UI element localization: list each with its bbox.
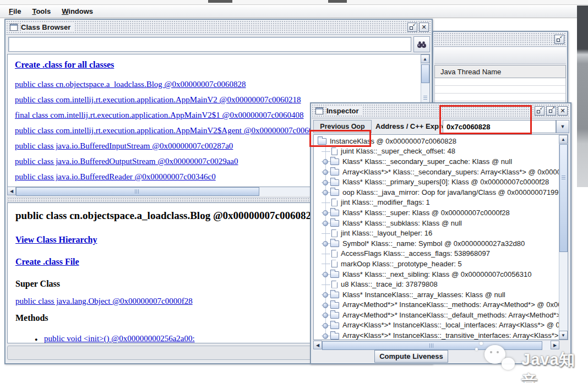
tree-row[interactable]: u8 Klass::_trace_id: 37879808 [314,279,559,289]
expand-handle-icon[interactable] [322,269,330,280]
tree-node-label: markOop Klass::_prototype_header: 5 [341,260,462,268]
menu-item[interactable]: Windows [56,6,99,17]
class-detail-line[interactable]: Methods [15,313,48,323]
tree-row[interactable]: Array<Klass*>* InstanceKlass::_transitiv… [314,330,559,340]
scroll-down-button[interactable]: ▼ [559,331,568,340]
expand-handle-icon[interactable] [322,238,330,249]
menu-item[interactable]: Tools [26,6,56,17]
inspector-titlebar[interactable]: Inspector ↙ ↗ ✕ [312,104,570,118]
scrollbar-thumb[interactable] [322,341,542,350]
tree-row[interactable]: Array<Klass*>* Klass::_secondary_supers:… [314,167,559,177]
tree-row[interactable]: Klass* Klass::_subklass: Klass @ null [314,218,559,228]
tree-row[interactable]: jint Klass::_modifier_flags: 1 [314,198,559,208]
previous-oop-button[interactable]: Previous Oop [313,120,372,133]
close-button[interactable]: ✕ [558,106,568,116]
thread-table-row[interactable] [435,78,565,86]
class-detail-line[interactable]: public void <init>() @0x00000000256a2a00… [44,334,195,343]
scroll-up-button[interactable]: ▲ [421,54,429,63]
tree-row[interactable]: Klass* Klass::_secondary_super_cache: Kl… [314,156,559,167]
minimize-button[interactable]: ↙ [535,106,545,116]
tree-row[interactable]: Klass* Klass::_next_sibling: Klass @ 0x0… [314,269,559,280]
tree-row[interactable]: InstanceKlass @ 0x00000007c0060828 [314,136,559,146]
minimize-button[interactable]: ↙ [554,35,564,44]
search-button[interactable] [413,36,430,52]
window-title: Class Browser [21,23,74,31]
class-detail-line[interactable]: View Class Hierarchy [15,235,97,245]
class-link[interactable]: public class cn.objectspace.a_loadclass.… [15,80,246,89]
expand-handle-icon[interactable] [322,259,330,269]
chevron-down-icon: ▼ [560,124,565,129]
expand-handle-icon[interactable] [322,156,330,167]
class-link[interactable]: public class com.intellij.rt.execution.a… [15,126,325,135]
thread-table-row[interactable] [435,86,565,94]
scroll-up-button[interactable]: ▲ [559,135,568,144]
expand-handle-icon[interactable] [322,167,330,177]
expand-handle-icon[interactable] [322,249,330,259]
class-link[interactable]: public class java.io.BufferedReader @0x0… [15,172,216,181]
restore-arrow-icon: ↙ [559,35,563,39]
tree-node-icon [330,179,339,186]
class-link[interactable]: public class com.intellij.rt.execution.a… [15,95,301,104]
class-link[interactable]: Create .class for all classes [15,60,114,69]
tree-row[interactable]: Klass* Klass::_primary_supers[0]: Klass … [314,177,559,187]
minimize-button[interactable]: ↙ [407,23,417,32]
menu-bar: File Tools Windows [0,4,588,18]
class-detail-line[interactable]: public class cn.objectspace.a_loadclass.… [15,210,317,222]
class-link[interactable]: public class java.io.BufferedOutputStrea… [15,157,238,166]
scrollbar-thumb[interactable] [559,144,568,252]
compute-liveness-button[interactable]: Compute Liveness [374,350,448,363]
tree-row[interactable]: markOop Klass::_prototype_header: 5 [314,259,559,269]
scroll-right-button[interactable]: ▶ [551,341,559,349]
class-browser-titlebar[interactable]: Class Browser ↙ ✕ [6,20,431,35]
scroll-left-button[interactable]: ◀ [313,341,322,349]
class-detail-line[interactable]: public class java.lang.Object @0x0000000… [15,297,193,306]
tree-row[interactable]: Array<Method*>* InstanceKlass::_methods:… [314,300,559,310]
tree-vertical-scrollbar[interactable]: ▲ ▼ [559,135,568,340]
tree-row[interactable]: AccessFlags Klass::_access_flags: 538968… [314,249,559,259]
scroll-down-icon: ▼ [561,333,565,338]
tree-node-icon [330,210,339,216]
expand-handle-icon[interactable] [322,330,330,340]
expand-handle-icon[interactable] [322,228,330,238]
maximize-button[interactable]: ↗ [546,106,556,116]
thread-table-row[interactable] [435,94,565,101]
expand-handle-icon[interactable] [322,289,330,300]
scrollbar-thumb[interactable] [16,187,259,196]
tree-row[interactable]: Array<Method*>* InstanceKlass::_default_… [314,310,559,320]
expand-handle-icon[interactable] [322,198,330,208]
tree-node-label: jint Klass::_modifier_flags: 1 [341,198,430,206]
close-icon: ✕ [421,24,426,31]
class-link[interactable]: final class com.intellij.rt.execution.ap… [15,111,304,119]
expand-handle-icon[interactable] [322,218,330,228]
expand-handle-icon[interactable] [322,310,330,320]
expand-handle-icon[interactable] [322,177,330,187]
tree-row[interactable]: Klass* Klass::_super: Klass @ 0x00000007… [314,207,559,218]
thread-table-header[interactable]: Java Thread Name [434,65,566,78]
tree-horizontal-scrollbar[interactable]: ◀ ▶ [313,341,559,350]
expand-handle-icon[interactable] [322,320,330,331]
expand-handle-icon[interactable] [322,146,330,157]
expand-handle-icon[interactable] [322,300,330,310]
class-detail-line[interactable]: Create .class File [15,257,79,267]
tree-row[interactable]: jint Klass::_layout_helper: 16 [314,228,559,238]
expand-handle-icon[interactable] [322,187,330,198]
tree-node-label: juint Klass::_super_check_offset: 48 [341,147,455,155]
tree-row[interactable]: juint Klass::_super_check_offset: 48 [314,146,559,157]
tree-row[interactable]: Symbol* Klass::_name: Symbol @ 0x0000000… [314,238,559,249]
tree-row[interactable]: oop Klass::_java_mirror: Oop for java/la… [314,187,559,198]
scrollbar-thumb[interactable] [421,64,429,83]
search-row [7,36,430,53]
address-dropdown-button[interactable]: ▼ [556,120,569,133]
menu-item[interactable]: File [3,6,26,17]
class-search-input[interactable] [8,37,411,52]
close-button[interactable]: ✕ [419,23,429,32]
class-link[interactable]: public class java.io.BufferedInputStream… [15,141,233,150]
scroll-left-button[interactable]: ◀ [7,187,16,195]
expand-handle-icon[interactable] [322,279,330,289]
address-expression-input[interactable] [443,120,556,133]
class-detail-line[interactable]: Super Class [15,279,60,289]
tree-row[interactable]: Klass* InstanceKlass::_array_klasses: Kl… [314,289,559,300]
tree-row[interactable]: Array<Klass*>* InstanceKlass::_local_int… [314,320,559,331]
expand-handle-icon[interactable] [322,207,330,218]
java-threads-titlebar[interactable]: ↙ [434,32,567,47]
